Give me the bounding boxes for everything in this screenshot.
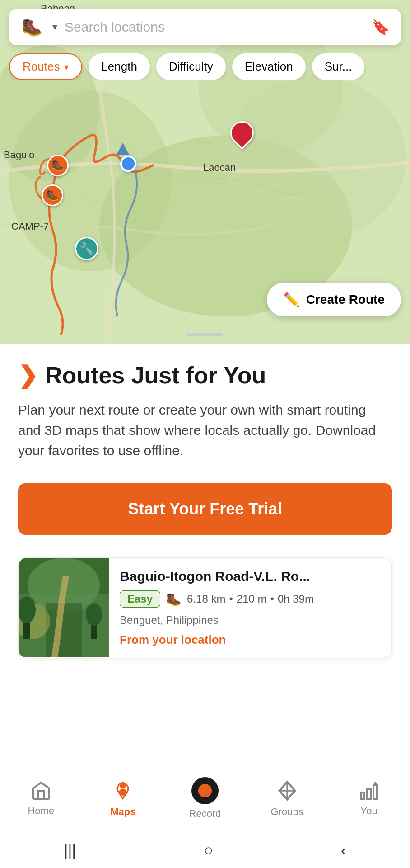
chip-routes[interactable]: Routes ▾ [9,53,82,80]
system-recent-button[interactable]: ||| [64,841,76,859]
route-thumbnail [19,558,109,657]
chip-length[interactable]: Length [89,53,150,80]
pencil-icon: ✏️ [283,292,300,307]
bottom-sheet: ❯ Routes Just for You Plan your next rou… [0,344,410,841]
nav-item-groups[interactable]: Groups [246,769,328,832]
chip-sur[interactable]: Sur... [312,53,365,80]
route-card[interactable]: Baguio-Itogon Road-V.L. Ro... Easy 🥾 6.1… [18,557,392,658]
logo-icon: 🥾 [21,17,42,37]
nav-label-record: Record [189,808,221,820]
route-name: Baguio-Itogon Road-V.L. Ro... [120,569,381,584]
map-pin-boot-2[interactable]: 🥾 [42,184,63,206]
app-logo[interactable]: 🥾 [18,14,45,41]
nav-label-home: Home [28,805,54,817]
svg-point-19 [374,782,377,785]
svg-rect-17 [367,789,371,799]
search-bar[interactable]: 🥾 ▾ Search locations 🔖 [9,9,401,45]
chip-difficulty-label: Difficulty [169,60,213,74]
chip-elevation-label: Elevation [245,60,293,74]
start-trial-button[interactable]: Start Your Free Trial [18,483,392,535]
section-title: Routes Just for You [45,362,266,389]
route-meta: Easy 🥾 6.18 km • 210 m • 0h 39m [120,590,381,608]
home-icon [30,780,52,802]
nav-item-record[interactable]: Record [164,769,246,832]
bookmark-button[interactable]: 🔖 [369,16,392,38]
section-title-row: ❯ Routes Just for You [18,362,392,389]
chip-length-label: Length [101,60,137,74]
map-pin-teal[interactable]: 🔧 [75,237,98,260]
logo-dropdown-arrow[interactable]: ▾ [52,21,57,33]
nav-item-maps[interactable]: Maps [82,769,164,832]
map-section: Bahong Baguio Laocan CAMP-7 🥾 🥾 🔧 🥾 ▾ Se… [0,0,410,344]
route-info: Baguio-Itogon Road-V.L. Ro... Easy 🥾 6.1… [109,558,391,658]
search-bar-wrapper: 🥾 ▾ Search locations 🔖 [9,9,401,45]
drag-handle[interactable] [187,333,223,336]
chip-sur-label: Sur... [325,60,352,74]
you-icon [358,780,380,802]
nav-item-you[interactable]: You [328,769,410,832]
current-location-dot [120,156,136,172]
system-home-button[interactable]: ○ [204,841,213,859]
create-route-label: Create Route [306,292,385,307]
map-pin-boot-1[interactable]: 🥾 [47,155,69,176]
chip-difficulty[interactable]: Difficulty [156,53,226,80]
svg-point-14 [86,603,102,626]
bottom-navigation: Home Maps Record Groups [0,769,410,832]
section-description: Plan your next route or create your own … [18,400,392,461]
filter-chips-row: Routes ▾ Length Difficulty Elevation Sur… [9,53,410,80]
route-from-location[interactable]: From your location [120,633,381,647]
groups-icon [275,779,299,802]
svg-rect-16 [361,793,364,799]
route-stats: 6.18 km • 210 m • 0h 39m [187,593,314,605]
bookmark-icon: 🔖 [372,19,390,36]
nav-label-you: You [361,805,377,817]
record-icon [191,777,219,804]
chip-routes-label: Routes [23,60,60,74]
nav-label-maps: Maps [110,806,135,818]
create-route-button[interactable]: ✏️ Create Route [267,283,401,316]
chevron-right-icon: ❯ [18,363,38,387]
chip-elevation[interactable]: Elevation [232,53,306,80]
route-location: Benguet, Philippines [120,614,381,627]
chip-routes-arrow: ▾ [64,61,69,72]
difficulty-badge: Easy [120,590,160,608]
maps-icon [111,779,135,802]
system-back-button[interactable]: ‹ [341,841,346,859]
triangle-marker [116,143,129,155]
svg-rect-18 [373,785,377,799]
svg-point-5 [199,27,343,154]
search-input[interactable]: Search locations [65,19,362,35]
nav-label-groups: Groups [271,806,303,818]
nav-item-home[interactable]: Home [0,769,82,832]
system-nav-bar: ||| ○ ‹ [0,832,410,868]
